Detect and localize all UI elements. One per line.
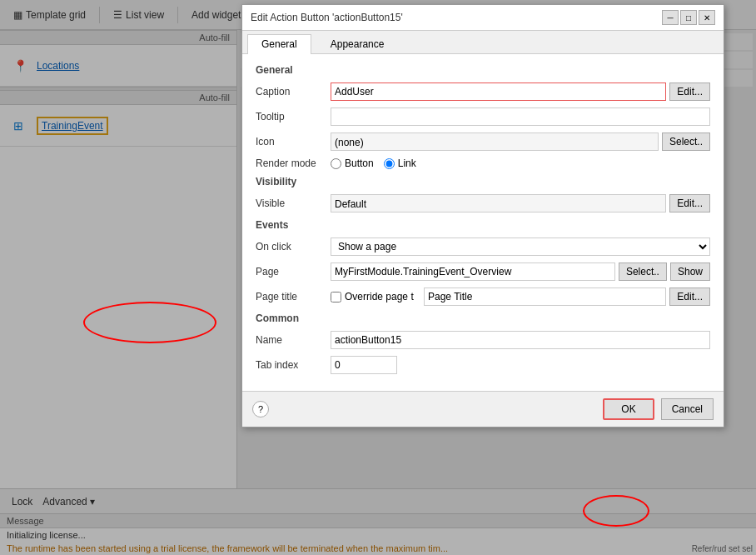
page-title-edit-button[interactable]: Edit...	[669, 288, 710, 306]
caption-edit-button[interactable]: Edit...	[669, 82, 710, 101]
radio-link-label: Link	[398, 158, 416, 169]
tooltip-label: Tooltip	[256, 111, 331, 122]
page-row: Page Select.. Show	[256, 262, 710, 281]
render-mode-radio-group: Button Link	[331, 158, 710, 169]
visibility-section-header: Visibility	[256, 176, 710, 188]
icon-label: Icon	[256, 136, 331, 148]
page-label: Page	[256, 266, 331, 278]
render-mode-label: Render mode	[256, 158, 331, 169]
radio-button-option[interactable]: Button	[331, 158, 374, 169]
visible-row: Visible Default Edit...	[256, 194, 710, 212]
tab-general[interactable]: General	[247, 34, 311, 54]
help-icon[interactable]: ?	[252, 401, 269, 418]
tooltip-input[interactable]	[331, 108, 710, 126]
radio-link-input[interactable]	[384, 158, 395, 169]
tooltip-row: Tooltip	[256, 108, 710, 126]
edit-action-button-dialog: Edit Action Button 'actionButton15' ─ □ …	[241, 4, 724, 428]
page-title-checkbox-label[interactable]: Override page t	[331, 291, 422, 302]
page-title-input[interactable]	[424, 288, 666, 306]
ok-button[interactable]: OK	[603, 398, 654, 420]
radio-button-input[interactable]	[331, 158, 341, 169]
icon-row: Icon (none) Select..	[256, 132, 710, 151]
page-title-row: Page title Override page t Edit...	[256, 288, 710, 306]
tab-index-input[interactable]	[331, 356, 397, 374]
common-section-header: Common	[256, 312, 710, 324]
page-input[interactable]	[331, 262, 615, 281]
render-mode-row: Render mode Button Link	[256, 158, 710, 169]
caption-input[interactable]	[331, 82, 666, 101]
dialog-title: Edit Action Button 'actionButton15'	[251, 12, 403, 23]
dialog-maximize-button[interactable]: □	[680, 10, 697, 25]
page-show-button[interactable]: Show	[670, 262, 710, 281]
dialog-tabs: General Appearance	[242, 31, 724, 54]
caption-row: Caption Edit...	[256, 82, 710, 101]
dialog-titlebar: Edit Action Button 'actionButton15' ─ □ …	[242, 5, 724, 31]
dialog-content: General Caption Edit... Tooltip Icon (no…	[242, 54, 724, 391]
cancel-button[interactable]: Cancel	[661, 398, 714, 420]
radio-link-option[interactable]: Link	[384, 158, 416, 169]
on-click-select[interactable]: Show a page	[331, 238, 710, 256]
visible-label: Visible	[256, 198, 331, 209]
dialog-footer: ? OK Cancel	[242, 391, 724, 427]
events-section-header: Events	[256, 219, 710, 231]
radio-button-label: Button	[345, 158, 374, 169]
name-row: Name	[256, 331, 710, 349]
icon-value: (none)	[331, 132, 659, 151]
visible-edit-button[interactable]: Edit...	[669, 194, 710, 212]
page-title-label: Page title	[256, 291, 331, 302]
name-input[interactable]	[331, 331, 710, 349]
name-label: Name	[256, 334, 331, 346]
tab-appearance[interactable]: Appearance	[316, 34, 399, 53]
page-select-button[interactable]: Select..	[619, 262, 667, 281]
caption-label: Caption	[256, 86, 331, 98]
footer-left: ?	[252, 401, 269, 418]
page-title-checkbox-text: Override page t	[345, 291, 414, 302]
visible-value: Default	[331, 194, 666, 212]
dialog-controls: ─ □ ✕	[662, 10, 715, 25]
page-title-checkbox[interactable]	[331, 292, 341, 302]
dialog-minimize-button[interactable]: ─	[662, 10, 679, 25]
icon-select-button[interactable]: Select..	[662, 132, 710, 151]
tab-index-row: Tab index	[256, 356, 710, 374]
tab-index-label: Tab index	[256, 359, 331, 371]
on-click-row: On click Show a page	[256, 238, 710, 256]
general-section-header: General	[256, 64, 710, 76]
dialog-close-button[interactable]: ✕	[699, 10, 715, 25]
on-click-label: On click	[256, 241, 331, 252]
